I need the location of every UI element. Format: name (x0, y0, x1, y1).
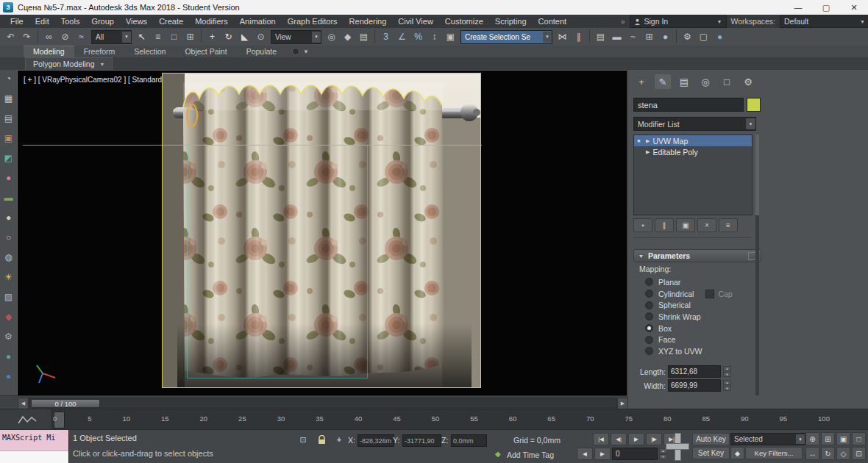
render-production-icon[interactable]: ● (712, 29, 728, 44)
ribbon-options-icon[interactable] (292, 48, 299, 55)
hatch-tool-icon[interactable]: ▨ (2, 290, 15, 303)
zoom-extents-icon[interactable]: ▣ (836, 432, 850, 445)
mirror-icon[interactable]: ⋈ (555, 29, 570, 44)
mapping-option-cylindrical[interactable]: CylindricalCap (645, 288, 733, 300)
time-slider-thumb[interactable]: 0 / 100 (31, 399, 100, 408)
toolbar-overflow-icon[interactable]: » (621, 18, 625, 26)
previous-frame-button[interactable]: ◀| (611, 433, 627, 445)
menu-scripting[interactable]: Scripting (489, 17, 533, 26)
minimize-button[interactable]: — (784, 0, 812, 15)
menu-customize[interactable]: Customize (439, 17, 489, 26)
sign-in-button[interactable]: Sign In ▼ (630, 15, 727, 28)
time-slider-track[interactable]: 0 / 100 (29, 398, 617, 409)
stack-row-uvw-map[interactable]: ●▶UVW Map (634, 135, 752, 146)
select-region-icon[interactable]: □ (166, 29, 182, 44)
maxscript-mini-listener[interactable]: MAXScript Mi (0, 430, 69, 463)
select-by-name-icon[interactable]: ≡ (150, 29, 166, 44)
mapping-option-face[interactable]: Face (645, 334, 733, 345)
ribbon-tab-modeling[interactable]: Modeling (24, 46, 74, 57)
mapping-option-planar[interactable]: Planar (645, 276, 733, 288)
ribbon-tab-selection[interactable]: Selection (124, 46, 175, 57)
grid-tool-icon[interactable]: ▦ (2, 92, 15, 104)
select-move-icon[interactable]: + (204, 29, 220, 44)
snap-toggle-3d-icon[interactable]: 3 (378, 29, 394, 44)
restore-button[interactable]: ▢ (812, 0, 840, 15)
red-tool-icon[interactable]: ◆ (2, 310, 15, 323)
viewport[interactable]: [ + ] [ VRayPhysicalCamera02 ] [ Standar… (17, 70, 628, 397)
pink-tool-icon[interactable]: ● (2, 171, 15, 184)
stack-row-editable-poly[interactable]: ▶Editable Poly (634, 146, 752, 157)
tab-polygon-modeling[interactable]: Polygon Modeling ▼ (25, 57, 113, 70)
expand-arrow-icon[interactable]: ▶ (646, 138, 650, 144)
menu-views[interactable]: Views (120, 17, 153, 26)
orbit-icon[interactable]: ↻ (821, 447, 835, 460)
object-color-swatch[interactable] (747, 98, 761, 112)
render-frame-icon[interactable]: ▢ (696, 29, 711, 44)
utilities-tab-icon[interactable]: ⚙ (740, 74, 756, 89)
menu-file[interactable]: File (4, 17, 29, 26)
layer-manager-icon[interactable]: ▤ (593, 29, 608, 44)
key-mode-dropdown[interactable]: Selected ▼ (730, 433, 805, 445)
ring-tool-icon[interactable]: ○ (2, 231, 15, 243)
close-button[interactable]: ✕ (840, 0, 868, 15)
make-unique-icon[interactable]: ▣ (676, 218, 695, 232)
width-spinner[interactable]: ▲▼ (723, 380, 731, 391)
motion-tab-icon[interactable]: ◎ (697, 74, 714, 89)
zoom-icon[interactable]: ⊕ (805, 432, 819, 445)
modify-tab-icon[interactable]: ✎ (655, 74, 671, 89)
undo-icon[interactable]: ↶ (3, 29, 18, 44)
select-manipulate-icon[interactable]: ◆ (340, 29, 355, 44)
named-selection-set-dropdown[interactable]: Create Selection Se ▼ (460, 30, 552, 44)
zoom-all-icon[interactable]: ⊞ (821, 432, 835, 445)
object-name-field[interactable]: stena (633, 98, 744, 112)
key-filters-button[interactable]: Key Filters... (745, 447, 803, 459)
menu-group[interactable]: Group (85, 17, 120, 26)
teal-dot-tool-icon[interactable]: ● (2, 350, 15, 362)
menu-edit[interactable]: Edit (29, 17, 55, 26)
ribbon-tab-object-paint[interactable]: Object Paint (175, 46, 236, 57)
mapping-option-xyz-to-uvw[interactable]: XYZ to UVW (645, 345, 733, 357)
x-coordinate-field[interactable]: -828,326m (357, 434, 394, 447)
schematic-view-icon[interactable]: ⊞ (641, 29, 657, 44)
window-crossing-icon[interactable]: ⊞ (182, 29, 198, 44)
absolute-mode-icon[interactable]: + (332, 434, 346, 445)
menu-graph-editors[interactable]: Graph Editors (282, 17, 344, 26)
next-key-button[interactable]: ▶ (594, 448, 611, 460)
configure-modifier-sets-icon[interactable]: ≡ (719, 218, 738, 232)
workspace-dropdown[interactable]: Default ▼ (780, 15, 868, 28)
mapping-option-spherical[interactable]: Spherical (645, 299, 733, 311)
selection-lock-icon[interactable] (315, 434, 328, 445)
parameters-rollout-header[interactable]: ▼ Parameters (633, 249, 761, 262)
ribbon-tab-populate[interactable]: Populate (237, 46, 286, 57)
expand-arrow-icon[interactable]: ▶ (646, 149, 650, 155)
previous-frame-arrow[interactable]: ◀ (18, 398, 29, 409)
y-coordinate-field[interactable]: -31771,90 (402, 434, 441, 447)
circle-tool-icon[interactable]: ◔ (2, 72, 15, 85)
reference-coordinate-dropdown[interactable]: View ▼ (271, 30, 321, 44)
box-tool-icon[interactable]: ▣ (2, 132, 15, 144)
menu-civil-view[interactable]: Civil View (392, 17, 438, 26)
length-spinner[interactable]: ▲▼ (723, 366, 731, 377)
z-coordinate-field[interactable]: 0,0mm (451, 434, 487, 447)
add-time-tag-button[interactable]: Add Time Tag (507, 451, 554, 459)
zoom-region-icon[interactable]: □ (852, 432, 866, 445)
angle-snap-icon[interactable]: ∠ (394, 29, 410, 44)
cream-tool-icon[interactable]: ● (2, 211, 15, 223)
default-tangent-icon[interactable]: ◆ (730, 447, 744, 459)
select-link-icon[interactable]: ∞ (41, 29, 57, 44)
curve-editor-icon[interactable]: ~ (625, 29, 641, 44)
keyboard-override-icon[interactable]: ▤ (356, 29, 371, 44)
display-tab-icon[interactable]: □ (719, 74, 735, 89)
panel-tool-icon[interactable]: ▤ (2, 112, 15, 124)
next-frame-arrow[interactable]: ▶ (617, 398, 628, 409)
mapping-option-shrink-wrap[interactable]: Shrink Wrap (645, 311, 733, 323)
menu-create[interactable]: Create (153, 17, 189, 26)
auto-key-button[interactable]: Auto Key (692, 433, 730, 445)
sphere-tool-icon[interactable]: ◍ (2, 251, 15, 263)
previous-key-button[interactable]: ◀ (577, 448, 593, 460)
track-bar[interactable]: 0510152025303540455055606570758085909510… (0, 409, 868, 430)
length-field[interactable]: 6312,68 (668, 365, 721, 378)
menu-modifiers[interactable]: Modifiers (189, 17, 234, 26)
select-rotate-icon[interactable]: ↻ (221, 29, 236, 44)
cap-checkbox[interactable] (705, 290, 714, 298)
